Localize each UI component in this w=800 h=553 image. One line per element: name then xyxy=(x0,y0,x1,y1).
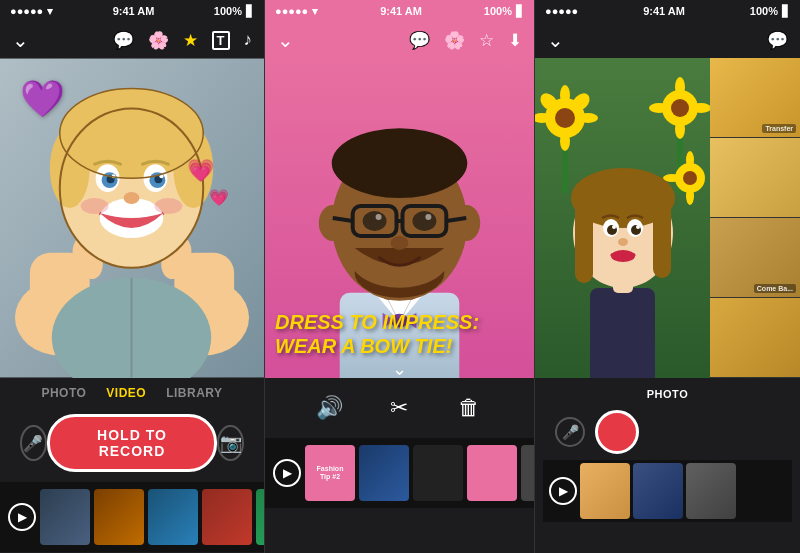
svg-point-48 xyxy=(425,214,431,220)
svg-point-45 xyxy=(363,211,387,231)
film-strip-3: ▶ xyxy=(543,460,792,522)
signal-dots-2: ●●●●● xyxy=(275,5,308,17)
svg-rect-77 xyxy=(653,203,671,278)
woman-illustration-3 xyxy=(535,58,710,378)
svg-point-68 xyxy=(683,171,697,185)
chat-icon-3[interactable]: 💬 xyxy=(767,30,788,51)
emoji-heart-purple: 💜 xyxy=(20,78,65,120)
thumbnail-dark-1[interactable] xyxy=(413,445,463,501)
phone3-preview: Transfer Come Ba... xyxy=(535,58,800,378)
tab-video-1[interactable]: VIDEO xyxy=(106,386,146,400)
thumbnail-blue-1[interactable] xyxy=(359,445,409,501)
star-icon-1[interactable]: ★ xyxy=(183,30,198,51)
svg-point-84 xyxy=(618,238,628,246)
svg-point-49 xyxy=(391,236,409,250)
download-icon-2[interactable]: ⬇ xyxy=(508,30,522,51)
svg-point-71 xyxy=(663,174,681,182)
person-area-2: DRESS TO IMPRESS: WEAR A BOW TIE! ⌄ xyxy=(265,58,534,378)
sidebar-label-1: Transfer xyxy=(762,124,796,133)
scissors-icon: ✂ xyxy=(390,395,408,421)
video-title-line2: WEAR A BOW TIE! xyxy=(275,334,524,358)
svg-point-52 xyxy=(555,108,575,128)
sidebar-thumb-2[interactable] xyxy=(710,138,800,218)
battery-icon-1: ▋ xyxy=(246,5,254,18)
sidebar-thumb-3[interactable]: Come Ba... xyxy=(710,218,800,298)
tab-photo-3[interactable]: PHOTO xyxy=(647,388,688,400)
thumbnail-p3-2[interactable] xyxy=(633,463,683,519)
video-title-line1: DRESS TO IMPRESS: xyxy=(275,310,524,334)
emoji-heart-pink-1: 💗 xyxy=(187,158,214,184)
svg-point-46 xyxy=(412,211,436,231)
trash-icon: 🗑 xyxy=(458,395,480,421)
svg-point-38 xyxy=(319,205,347,241)
chat-icon-1[interactable]: 💬 xyxy=(113,30,134,51)
sidebar-thumb-1[interactable]: Transfer xyxy=(710,58,800,138)
mic-button-1[interactable]: 🎤 xyxy=(20,425,47,461)
signal-left: ●●●●● ▾ xyxy=(10,5,53,18)
thumbnail-4[interactable] xyxy=(202,489,252,545)
mic-button-3[interactable]: 🎤 xyxy=(555,417,585,447)
flower-icon-2[interactable]: 🌸 xyxy=(444,30,465,51)
sidebar-label-2: Come Ba... xyxy=(754,284,796,293)
back-icon-2[interactable]: ⌄ xyxy=(277,28,294,52)
record-button-1[interactable]: HOLD TO RECORD xyxy=(47,414,217,472)
status-bar-1: ●●●●● ▾ 9:41 AM 100% ▋ xyxy=(0,0,264,22)
star-icon-2[interactable]: ☆ xyxy=(479,30,494,51)
play-button-1[interactable]: ▶ xyxy=(8,503,36,531)
phone3-tab-bar: PHOTO xyxy=(543,384,792,404)
thumbnail-gray-1[interactable] xyxy=(521,445,534,501)
volume-button[interactable]: 🔊 xyxy=(309,387,351,429)
camera-preview-2: DRESS TO IMPRESS: WEAR A BOW TIE! ⌄ xyxy=(265,58,534,378)
svg-point-83 xyxy=(636,225,640,229)
thumbnail-p3-3[interactable] xyxy=(686,463,736,519)
svg-point-85 xyxy=(611,250,635,262)
thumbnail-pink-1[interactable]: FashionTip #2 xyxy=(305,445,355,501)
toolbar-icons-3: 💬 xyxy=(767,30,788,51)
play-button-2[interactable]: ▶ xyxy=(273,459,301,487)
flower-icon-1[interactable]: 🌸 xyxy=(148,30,169,51)
battery-icon-3: ▋ xyxy=(782,5,790,18)
tab-bar-1: PHOTO VIDEO LIBRARY xyxy=(0,378,264,406)
thumbnail-5[interactable] xyxy=(256,489,264,545)
thumbnail-1[interactable] xyxy=(40,489,90,545)
thumbnail-3[interactable] xyxy=(148,489,198,545)
trash-button[interactable]: 🗑 xyxy=(448,387,490,429)
flip-camera-button-1[interactable]: 📷 xyxy=(217,425,244,461)
thumbnail-2[interactable] xyxy=(94,489,144,545)
sidebar-thumb-4[interactable] xyxy=(710,298,800,378)
back-icon-1[interactable]: ⌄ xyxy=(12,28,29,52)
wifi-icon-2: ▾ xyxy=(312,5,318,18)
text-icon-1[interactable]: T xyxy=(212,31,230,50)
svg-point-55 xyxy=(560,131,570,151)
signal-left-2: ●●●●● ▾ xyxy=(275,5,318,18)
record-button-3[interactable] xyxy=(595,410,639,454)
battery-label-2: 100% xyxy=(484,5,512,17)
film-strip-1: ▶ Done xyxy=(0,482,264,552)
scissors-button[interactable]: ✂ xyxy=(378,387,420,429)
svg-point-47 xyxy=(376,214,382,220)
chevron-down-icon[interactable]: ⌄ xyxy=(392,358,407,378)
thumbnail-p3-1[interactable] xyxy=(580,463,630,519)
video-text-overlay-2: DRESS TO IMPRESS: WEAR A BOW TIE! xyxy=(275,310,524,358)
tab-photo-1[interactable]: PHOTO xyxy=(41,386,86,400)
svg-point-64 xyxy=(675,119,685,139)
play-button-3[interactable]: ▶ xyxy=(549,477,577,505)
status-bar-3: ●●●●● 9:41 AM 100% ▋ xyxy=(535,0,800,22)
phone-1: ●●●●● ▾ 9:41 AM 100% ▋ ⌄ 💬 🌸 ★ T ♪ xyxy=(0,0,265,553)
camera-controls-1: PHOTO VIDEO LIBRARY 🎤 HOLD TO RECORD 📷 ▶… xyxy=(0,378,264,552)
chat-icon-2[interactable]: 💬 xyxy=(409,30,430,51)
back-icon-3[interactable]: ⌄ xyxy=(547,28,564,52)
emoji-heart-pink-2: 💗 xyxy=(209,188,229,207)
tab-library-1[interactable]: LIBRARY xyxy=(166,386,222,400)
music-icon-1[interactable]: ♪ xyxy=(244,30,253,50)
camera-preview-1: 💜 💗 💗 xyxy=(0,58,264,378)
battery-1: 100% ▋ xyxy=(214,5,254,18)
svg-point-57 xyxy=(578,113,598,123)
svg-point-63 xyxy=(675,77,685,97)
thumbnail-pink-2[interactable] xyxy=(467,445,517,501)
svg-point-39 xyxy=(452,205,480,241)
svg-point-27 xyxy=(154,198,182,214)
film-strip-2: ▶ FashionTip #2 xyxy=(265,438,534,508)
phone3-main-preview xyxy=(535,58,710,378)
flip-icon-1: 📷 xyxy=(220,432,242,454)
